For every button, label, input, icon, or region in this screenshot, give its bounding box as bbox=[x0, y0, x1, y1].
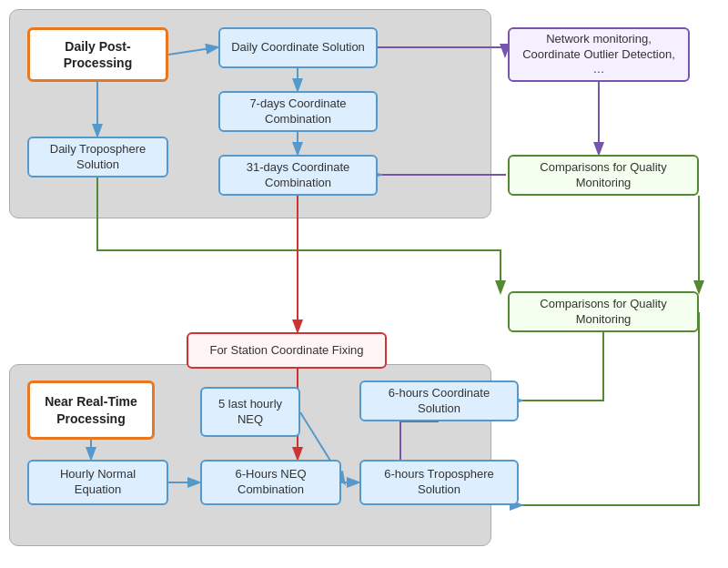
seven-days-box: 7-days Coordinate Combination bbox=[218, 91, 378, 132]
comp-mid-label: Comparisons for Quality Monitoring bbox=[519, 297, 688, 328]
daily-coord-label: Daily Coordinate Solution bbox=[231, 40, 365, 56]
nrt-label: Near Real-Time Processing bbox=[39, 393, 143, 426]
daily-coordinate-solution-box: Daily Coordinate Solution bbox=[218, 27, 378, 68]
thirty-one-days-box: 31-days Coordinate Combination bbox=[218, 155, 378, 196]
diagram-container: Daily Post-Processing Daily Coordinate S… bbox=[9, 9, 719, 559]
station-fix-box: For Station Coordinate Fixing bbox=[187, 332, 387, 369]
six-tropo-box: 6-hours Troposphere Solution bbox=[359, 460, 519, 505]
six-tropo-label: 6-hours Troposphere Solution bbox=[370, 467, 508, 498]
thirty-one-days-label: 31-days Coordinate Combination bbox=[229, 160, 367, 191]
six-neq-box: 6-Hours NEQ Combination bbox=[200, 460, 341, 505]
six-neq-label: 6-Hours NEQ Combination bbox=[211, 467, 330, 498]
network-monitoring-box: Network monitoring, Coordinate Outlier D… bbox=[508, 27, 690, 82]
station-fix-label: For Station Coordinate Fixing bbox=[209, 343, 363, 359]
daily-post-processing-box: Daily Post-Processing bbox=[27, 27, 168, 82]
five-neq-label: 5 last hourly NEQ bbox=[211, 397, 289, 428]
six-coord-label: 6-hours Coordinate Solution bbox=[370, 386, 508, 417]
daily-troposphere-box: Daily Troposphere Solution bbox=[27, 137, 168, 178]
hourly-neq-box: Hourly Normal Equation bbox=[27, 460, 168, 505]
daily-tropo-label: Daily Troposphere Solution bbox=[38, 142, 157, 173]
daily-pp-label: Daily Post-Processing bbox=[39, 38, 157, 71]
seven-days-label: 7-days Coordinate Combination bbox=[229, 96, 367, 127]
nrt-box: Near Real-Time Processing bbox=[27, 380, 155, 440]
five-neq-box: 5 last hourly NEQ bbox=[200, 387, 300, 437]
six-coord-box: 6-hours Coordinate Solution bbox=[359, 380, 519, 421]
comp-top-label: Comparisons for Quality Monitoring bbox=[519, 160, 688, 191]
hourly-neq-label: Hourly Normal Equation bbox=[38, 467, 157, 498]
comparisons-mid-box: Comparisons for Quality Monitoring bbox=[508, 291, 699, 332]
network-monitoring-label: Network monitoring, Coordinate Outlier D… bbox=[519, 32, 679, 78]
comparisons-top-box: Comparisons for Quality Monitoring bbox=[508, 155, 699, 196]
